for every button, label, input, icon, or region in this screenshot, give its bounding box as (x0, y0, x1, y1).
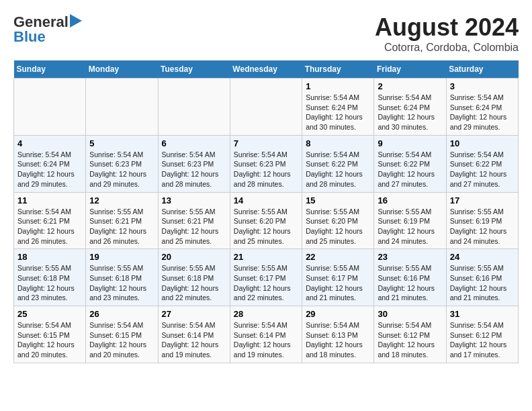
header-tuesday: Tuesday (158, 60, 230, 79)
table-row: 15Sunrise: 5:55 AMSunset: 6:20 PMDayligh… (302, 192, 374, 249)
day-number: 19 (89, 252, 154, 262)
day-info: Sunrise: 5:54 AMSunset: 6:13 PMDaylight:… (306, 320, 370, 360)
logo-arrow-icon (70, 14, 82, 30)
day-info: Sunrise: 5:54 AMSunset: 6:24 PMDaylight:… (378, 93, 442, 132)
table-row: 13Sunrise: 5:55 AMSunset: 6:21 PMDayligh… (158, 192, 230, 249)
day-info: Sunrise: 5:54 AMSunset: 6:15 PMDaylight:… (17, 320, 82, 360)
day-number: 14 (234, 195, 298, 205)
day-info: Sunrise: 5:55 AMSunset: 6:17 PMDaylight:… (306, 263, 370, 303)
day-number: 15 (306, 195, 370, 205)
day-number: 2 (378, 81, 442, 91)
table-row: 10Sunrise: 5:54 AMSunset: 6:22 PMDayligh… (446, 135, 518, 192)
day-info: Sunrise: 5:55 AMSunset: 6:18 PMDaylight:… (89, 263, 154, 303)
day-info: Sunrise: 5:55 AMSunset: 6:17 PMDaylight:… (234, 263, 298, 303)
table-row: 4Sunrise: 5:54 AMSunset: 6:24 PMDaylight… (14, 135, 86, 192)
day-number: 3 (450, 81, 515, 91)
table-row: 24Sunrise: 5:55 AMSunset: 6:16 PMDayligh… (446, 249, 518, 306)
table-row: 28Sunrise: 5:54 AMSunset: 6:14 PMDayligh… (230, 306, 302, 363)
table-row: 31Sunrise: 5:54 AMSunset: 6:12 PMDayligh… (446, 306, 518, 363)
table-row: 20Sunrise: 5:55 AMSunset: 6:18 PMDayligh… (158, 249, 230, 306)
calendar-body: 1Sunrise: 5:54 AMSunset: 6:24 PMDaylight… (14, 79, 519, 363)
calendar-week-row: 18Sunrise: 5:55 AMSunset: 6:18 PMDayligh… (14, 249, 519, 306)
day-info: Sunrise: 5:55 AMSunset: 6:20 PMDaylight:… (306, 207, 370, 246)
calendar-week-row: 25Sunrise: 5:54 AMSunset: 6:15 PMDayligh… (14, 306, 519, 363)
day-number: 23 (378, 252, 442, 262)
day-info: Sunrise: 5:54 AMSunset: 6:12 PMDaylight:… (378, 320, 442, 360)
weekday-header-row: Sunday Monday Tuesday Wednesday Thursday… (14, 60, 519, 79)
day-number: 6 (162, 138, 226, 148)
calendar-week-row: 1Sunrise: 5:54 AMSunset: 6:24 PMDaylight… (14, 79, 519, 136)
logo: General Blue (13, 13, 82, 46)
table-row: 22Sunrise: 5:55 AMSunset: 6:17 PMDayligh… (302, 249, 374, 306)
day-info: Sunrise: 5:54 AMSunset: 6:23 PMDaylight:… (162, 150, 226, 189)
page-header: General Blue August 2024 Cotorra, Cordob… (13, 13, 519, 54)
day-number: 8 (306, 138, 370, 148)
day-info: Sunrise: 5:54 AMSunset: 6:24 PMDaylight:… (17, 150, 82, 189)
day-number: 28 (234, 309, 298, 319)
day-info: Sunrise: 5:55 AMSunset: 6:16 PMDaylight:… (450, 263, 515, 303)
table-row: 14Sunrise: 5:55 AMSunset: 6:20 PMDayligh… (230, 192, 302, 249)
day-number: 17 (450, 195, 515, 205)
table-row (230, 79, 302, 136)
day-info: Sunrise: 5:54 AMSunset: 6:22 PMDaylight:… (306, 150, 370, 189)
day-number: 5 (89, 138, 154, 148)
day-number: 29 (306, 309, 370, 319)
day-info: Sunrise: 5:54 AMSunset: 6:14 PMDaylight:… (234, 320, 298, 360)
table-row: 17Sunrise: 5:55 AMSunset: 6:19 PMDayligh… (446, 192, 518, 249)
day-number: 12 (89, 195, 154, 205)
day-info: Sunrise: 5:54 AMSunset: 6:22 PMDaylight:… (450, 150, 515, 189)
day-number: 24 (450, 252, 515, 262)
day-info: Sunrise: 5:55 AMSunset: 6:21 PMDaylight:… (162, 207, 226, 246)
day-number: 16 (378, 195, 442, 205)
header-sunday: Sunday (14, 60, 86, 79)
table-row: 25Sunrise: 5:54 AMSunset: 6:15 PMDayligh… (14, 306, 86, 363)
table-row: 8Sunrise: 5:54 AMSunset: 6:22 PMDaylight… (302, 135, 374, 192)
table-row: 21Sunrise: 5:55 AMSunset: 6:17 PMDayligh… (230, 249, 302, 306)
day-number: 11 (17, 195, 82, 205)
table-row: 12Sunrise: 5:55 AMSunset: 6:21 PMDayligh… (86, 192, 158, 249)
day-info: Sunrise: 5:54 AMSunset: 6:21 PMDaylight:… (17, 207, 82, 246)
table-row: 27Sunrise: 5:54 AMSunset: 6:14 PMDayligh… (158, 306, 230, 363)
logo-blue: Blue (13, 28, 46, 46)
day-info: Sunrise: 5:55 AMSunset: 6:18 PMDaylight:… (162, 263, 226, 303)
table-row: 6Sunrise: 5:54 AMSunset: 6:23 PMDaylight… (158, 135, 230, 192)
table-row: 5Sunrise: 5:54 AMSunset: 6:23 PMDaylight… (86, 135, 158, 192)
day-info: Sunrise: 5:55 AMSunset: 6:19 PMDaylight:… (450, 207, 515, 246)
day-info: Sunrise: 5:54 AMSunset: 6:15 PMDaylight:… (89, 320, 154, 360)
table-row: 9Sunrise: 5:54 AMSunset: 6:22 PMDaylight… (374, 135, 446, 192)
table-row: 16Sunrise: 5:55 AMSunset: 6:19 PMDayligh… (374, 192, 446, 249)
header-monday: Monday (86, 60, 158, 79)
day-number: 10 (450, 138, 515, 148)
day-info: Sunrise: 5:54 AMSunset: 6:14 PMDaylight:… (162, 320, 226, 360)
table-row: 18Sunrise: 5:55 AMSunset: 6:18 PMDayligh… (14, 249, 86, 306)
table-row (158, 79, 230, 136)
day-info: Sunrise: 5:55 AMSunset: 6:16 PMDaylight:… (378, 263, 442, 303)
table-row (14, 79, 86, 136)
header-friday: Friday (374, 60, 446, 79)
day-number: 26 (89, 309, 154, 319)
table-row: 30Sunrise: 5:54 AMSunset: 6:12 PMDayligh… (374, 306, 446, 363)
day-number: 7 (234, 138, 298, 148)
day-number: 18 (17, 252, 82, 262)
day-info: Sunrise: 5:54 AMSunset: 6:12 PMDaylight:… (450, 320, 515, 360)
title-block: August 2024 Cotorra, Cordoba, Colombia (375, 13, 519, 54)
table-row: 7Sunrise: 5:54 AMSunset: 6:23 PMDaylight… (230, 135, 302, 192)
calendar-week-row: 4Sunrise: 5:54 AMSunset: 6:24 PMDaylight… (14, 135, 519, 192)
day-number: 20 (162, 252, 226, 262)
table-row: 23Sunrise: 5:55 AMSunset: 6:16 PMDayligh… (374, 249, 446, 306)
table-row: 19Sunrise: 5:55 AMSunset: 6:18 PMDayligh… (86, 249, 158, 306)
svg-marker-0 (70, 14, 82, 28)
day-number: 13 (162, 195, 226, 205)
table-row: 26Sunrise: 5:54 AMSunset: 6:15 PMDayligh… (86, 306, 158, 363)
table-row: 1Sunrise: 5:54 AMSunset: 6:24 PMDaylight… (302, 79, 374, 136)
calendar-title: August 2024 (375, 13, 519, 42)
day-info: Sunrise: 5:54 AMSunset: 6:23 PMDaylight:… (89, 150, 154, 189)
day-number: 1 (306, 81, 370, 91)
day-info: Sunrise: 5:55 AMSunset: 6:20 PMDaylight:… (234, 207, 298, 246)
calendar-subtitle: Cotorra, Cordoba, Colombia (375, 42, 519, 54)
day-info: Sunrise: 5:55 AMSunset: 6:18 PMDaylight:… (17, 263, 82, 303)
table-row: 2Sunrise: 5:54 AMSunset: 6:24 PMDaylight… (374, 79, 446, 136)
day-number: 27 (162, 309, 226, 319)
day-number: 4 (17, 138, 82, 148)
day-number: 22 (306, 252, 370, 262)
